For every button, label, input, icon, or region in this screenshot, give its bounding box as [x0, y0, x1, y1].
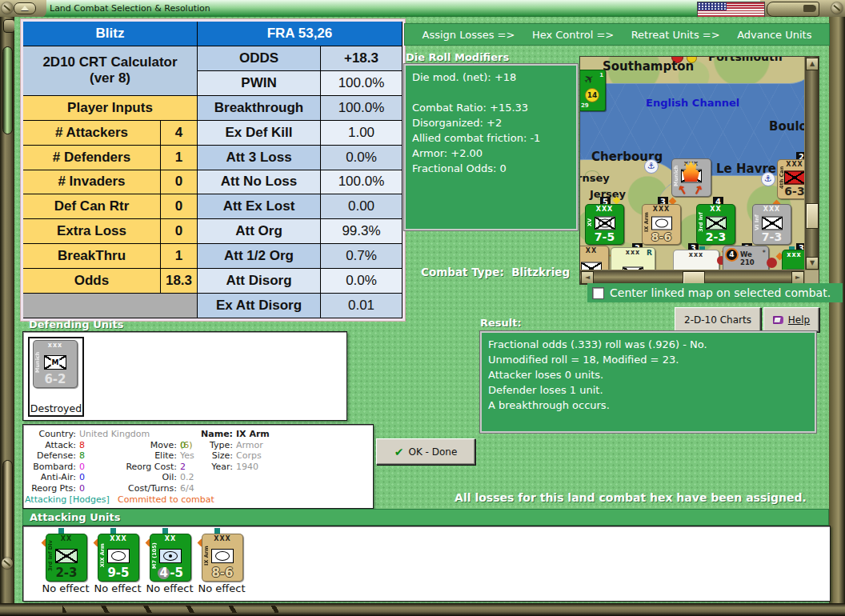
- scroll-right-button[interactable]: ►: [791, 271, 804, 284]
- dialog-content: Blitz FRA 53,26 2D10 CRT Calculator (ver…: [14, 17, 829, 603]
- output-label: Att Ex Lost: [198, 194, 321, 219]
- unit-counter[interactable]: Munich xxx M 6-2: [33, 340, 78, 388]
- output-label: Breakthrough: [198, 96, 321, 121]
- frame-decoration: [2, 460, 13, 562]
- input-label: Def Can Rtr: [23, 194, 161, 219]
- window-close-button[interactable]: [767, 2, 819, 17]
- ok-done-button[interactable]: ✔ OK - Done: [376, 438, 475, 465]
- output-value: +18.3: [321, 46, 402, 71]
- map-label-portsmouth: Portsmouth: [708, 57, 783, 63]
- menu-assign-losses[interactable]: Assign Losses =>: [422, 29, 515, 41]
- input-value[interactable]: 0: [161, 219, 198, 244]
- input-value[interactable]: 4: [161, 121, 198, 146]
- frame-decoration: [62, 606, 278, 613]
- help-button[interactable]: Help: [763, 307, 819, 332]
- scroll-up-button[interactable]: ▲: [806, 58, 819, 70]
- result-line: Defender loses 1 unit.: [488, 382, 808, 398]
- input-value[interactable]: 0: [161, 194, 198, 219]
- sp-artillery-symbol: [159, 549, 182, 563]
- output-label: Ex Att Disorg: [198, 294, 321, 318]
- map-unit-counter[interactable]: 4th Can Inf XXX 6-3: [777, 159, 804, 199]
- attacking-unit-counter[interactable]: XIX Arm XXX 9-5: [98, 534, 139, 582]
- screw-icon: [2, 2, 13, 14]
- armor-symbol: [651, 216, 672, 230]
- output-value: 100.0%: [321, 71, 402, 96]
- help-book-icon: [773, 316, 783, 324]
- input-value[interactable]: 1: [161, 244, 198, 269]
- armor-symbol: [107, 549, 130, 563]
- frame-decoration: [2, 46, 13, 134]
- scroll-down-button[interactable]: ▼: [806, 257, 819, 270]
- input-value[interactable]: 18.3: [161, 269, 198, 294]
- unit-type: Armor: [236, 440, 263, 450]
- calculator-title: 2D10 CRT Calculator (ver 8): [23, 46, 198, 96]
- output-value: 99.3%: [321, 219, 402, 244]
- center-map-label: Center linked map on selected combat.: [610, 286, 831, 299]
- input-label: # Attackers: [23, 121, 161, 146]
- unit-status: Destroyed: [30, 402, 82, 414]
- map-horizontal-scrollbar[interactable]: ◄ ►: [580, 270, 804, 284]
- map-widget: Portsmouth Southampton English Channel B…: [579, 56, 819, 285]
- infantry-symbol: [787, 270, 803, 270]
- map-label-southampton: Southampton: [603, 59, 694, 74]
- defending-unit[interactable]: Munich xxx M 6-2 Destroyed: [28, 337, 84, 417]
- attacking-unit-counter[interactable]: 3rd Inf Div XX 2-3: [46, 534, 87, 582]
- menu-advance-units[interactable]: Advance Units: [737, 29, 811, 41]
- map-unit-counter[interactable]: xxx: [782, 250, 804, 270]
- combat-type-value: Blitzkrieg: [511, 266, 570, 278]
- hex-header: FRA 53,26: [198, 22, 402, 46]
- output-value: 1.00: [321, 121, 402, 146]
- result-line: Fractional odds (.333) roll was (.926) -…: [488, 337, 808, 352]
- map-unit-counter[interactable]: xxx R: [611, 247, 655, 270]
- screw-icon: [2, 558, 13, 569]
- control-dot: [162, 528, 168, 534]
- output-label: Att No Loss: [198, 170, 321, 195]
- input-value[interactable]: 1: [161, 146, 198, 170]
- charts-button[interactable]: 2-D-10 Charts: [675, 307, 761, 332]
- map-unit-counter[interactable]: xxx: [673, 250, 719, 270]
- infantry-symbol: [623, 267, 643, 270]
- input-label: Odds: [23, 269, 161, 294]
- unit-size: Corps: [236, 450, 262, 461]
- air-unit-counter[interactable]: ✈ 1 14 29: [580, 70, 606, 111]
- unit-status: No effect: [93, 582, 142, 594]
- map-label-guernsey: rnsey: [580, 172, 610, 184]
- menu-hex-control[interactable]: Hex Control =>: [532, 29, 614, 41]
- infantry-symbol: M: [44, 355, 66, 370]
- map-unit-counter[interactable]: XV Mech XXX 7-5: [585, 204, 624, 245]
- combat-type-header: Blitz: [23, 22, 198, 46]
- map-marker: [767, 258, 777, 268]
- map-unit-counter[interactable]: IX Arm XXX 8-6: [642, 204, 681, 245]
- infantry-symbol: [762, 216, 783, 230]
- aircraft-icon: ✈: [581, 70, 598, 88]
- we210-marker[interactable]: 4 We 210 *: [723, 246, 769, 270]
- center-map-checkbox[interactable]: [592, 287, 604, 299]
- check-icon: ✔: [394, 446, 404, 458]
- center-map-option: Center linked map on selected combat.: [587, 283, 843, 302]
- empty-cell: [23, 294, 198, 318]
- us-flag-icon: [697, 2, 765, 18]
- input-value[interactable]: 0: [161, 170, 198, 195]
- unit-country: United Kingdom: [79, 429, 150, 439]
- unit-attack: 8: [79, 440, 85, 450]
- output-value: 0.7%: [321, 244, 402, 269]
- map-unit-counter[interactable]: VI Inf XXX 7-3: [752, 204, 791, 245]
- window-menu-button[interactable]: [14, 2, 36, 14]
- scroll-left-button[interactable]: ◄: [581, 271, 594, 284]
- unit-name: IX Arm: [236, 429, 270, 439]
- scroll-thumb[interactable]: [683, 271, 705, 284]
- result-panel: Fractional odds (.333) roll was (.926) -…: [480, 331, 816, 433]
- menu-retreat-units[interactable]: Retreat Units =>: [631, 29, 720, 41]
- map-unit-counter[interactable]: 3rd Inf Div XX 2-3: [696, 204, 735, 245]
- output-value: 0.0%: [321, 269, 402, 294]
- output-label: Att 1/2 Org: [198, 244, 321, 269]
- attacking-unit-counter[interactable]: IX Arm XXX 8-6: [202, 534, 243, 582]
- attacking-unit-counter[interactable]: M7 (105) XX 4-5: [150, 534, 191, 582]
- map-unit-counter[interactable]: XX: [580, 246, 609, 270]
- window-title: Land Combat Selection & Resolution: [50, 3, 210, 14]
- attacking-units-panel: 3rd Inf Div XX 2-3 XIX Arm XXX 9-5 M7 (1…: [22, 526, 831, 602]
- map-vertical-scrollbar[interactable]: ▲ ▼: [805, 57, 819, 270]
- burning-unit-marker[interactable]: Munich xxx M ↑ ↑: [671, 158, 711, 197]
- scroll-thumb[interactable]: [806, 203, 819, 229]
- map-viewport[interactable]: Portsmouth Southampton English Channel B…: [580, 57, 804, 270]
